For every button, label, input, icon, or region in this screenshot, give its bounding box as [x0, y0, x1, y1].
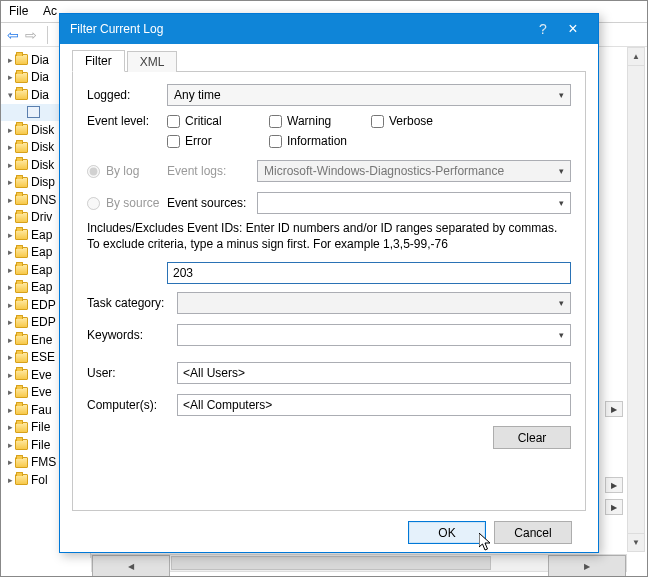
tree-item-label: Eap — [31, 280, 52, 294]
event-logs-combo[interactable]: Microsoft-Windows-Diagnostics-Performanc… — [257, 160, 571, 182]
caret-icon: ▸ — [5, 457, 15, 467]
checkbox-error[interactable]: Error — [167, 134, 237, 148]
ok-button[interactable]: OK — [408, 521, 486, 544]
tree-item-label: Disk — [31, 158, 54, 172]
close-icon[interactable]: × — [558, 20, 588, 38]
computers-label: Computer(s): — [87, 398, 177, 412]
folder-icon — [15, 264, 28, 275]
logged-value: Any time — [174, 88, 221, 102]
right-panel-nav-3[interactable]: ▶ — [605, 499, 623, 515]
event-sources-label: Event sources: — [167, 196, 257, 210]
caret-icon: ▸ — [5, 125, 15, 135]
log-file-icon — [27, 106, 40, 118]
tree-item-label: Ene — [31, 333, 52, 347]
computers-input[interactable] — [177, 394, 571, 416]
tab-xml[interactable]: XML — [127, 51, 178, 72]
radio-by-source[interactable]: By source — [87, 196, 167, 210]
clear-button[interactable]: Clear — [493, 426, 571, 449]
folder-icon — [15, 212, 28, 223]
folder-icon — [15, 387, 28, 398]
checkbox-critical[interactable]: Critical — [167, 114, 237, 128]
folder-icon — [15, 229, 28, 240]
event-sources-combo[interactable]: ▾ — [257, 192, 571, 214]
tree-item-label: Driv — [31, 210, 52, 224]
folder-icon — [15, 299, 28, 310]
menu-action[interactable]: Ac — [43, 4, 57, 18]
folder-icon — [15, 124, 28, 135]
folder-icon — [15, 457, 28, 468]
folder-icon — [15, 317, 28, 328]
tree-item-label: Fol — [31, 473, 48, 487]
caret-icon: ▸ — [5, 352, 15, 362]
folder-icon — [15, 352, 28, 363]
chevron-down-icon: ▾ — [559, 298, 564, 308]
menu-file[interactable]: File — [9, 4, 28, 18]
tree-item-label: Eve — [31, 368, 52, 382]
folder-icon — [15, 439, 28, 450]
tree-item-label: Eap — [31, 263, 52, 277]
caret-icon: ▸ — [5, 177, 15, 187]
chevron-down-icon: ▾ — [559, 166, 564, 176]
logged-label: Logged: — [87, 88, 167, 102]
scroll-right-icon[interactable]: ▶ — [548, 555, 626, 577]
cancel-button[interactable]: Cancel — [494, 521, 572, 544]
folder-icon — [15, 334, 28, 345]
chevron-down-icon: ▾ — [559, 330, 564, 340]
folder-icon — [15, 282, 28, 293]
tree-item-label: Eap — [31, 228, 52, 242]
right-panel-nav[interactable]: ▶ — [605, 401, 623, 417]
tree-item-label: Fau — [31, 403, 52, 417]
caret-icon: ▸ — [5, 72, 15, 82]
caret-icon: ▸ — [5, 195, 15, 205]
checkbox-verbose[interactable]: Verbose — [371, 114, 441, 128]
tree-item-label: Disp — [31, 175, 55, 189]
caret-icon: ▸ — [5, 422, 15, 432]
scroll-up-icon[interactable]: ▲ — [628, 48, 644, 66]
dialog-titlebar[interactable]: Filter Current Log ? × — [60, 14, 598, 44]
checkbox-information[interactable]: Information — [269, 134, 347, 148]
tab-page-filter: Logged: Any time ▾ Event level: Critical… — [72, 72, 586, 511]
right-panel-nav-2[interactable]: ▶ — [605, 477, 623, 493]
event-id-input[interactable] — [167, 262, 571, 284]
filter-log-dialog: Filter Current Log ? × Filter XML Logged… — [59, 13, 599, 553]
caret-icon: ▸ — [5, 55, 15, 65]
scroll-thumb[interactable] — [171, 556, 491, 570]
nav-back-icon[interactable]: ⇦ — [7, 27, 19, 43]
chevron-down-icon: ▾ — [559, 90, 564, 100]
tree-item-label: File — [31, 420, 50, 434]
tree-item-label: Eap — [31, 245, 52, 259]
caret-icon: ▾ — [5, 90, 15, 100]
help-icon[interactable]: ? — [528, 21, 558, 37]
radio-by-log[interactable]: By log — [87, 164, 167, 178]
folder-icon — [15, 177, 28, 188]
scroll-down-icon[interactable]: ▼ — [628, 533, 644, 551]
folder-icon — [15, 142, 28, 153]
nav-forward-icon[interactable]: ⇨ — [25, 27, 37, 43]
logged-combo[interactable]: Any time ▾ — [167, 84, 571, 106]
folder-icon — [15, 404, 28, 415]
bottom-scrollbar[interactable]: ◀ ▶ — [91, 554, 627, 572]
caret-icon: ▸ — [5, 142, 15, 152]
folder-icon — [15, 159, 28, 170]
task-category-combo[interactable]: ▾ — [177, 292, 571, 314]
checkbox-warning[interactable]: Warning — [269, 114, 339, 128]
caret-icon: ▸ — [5, 440, 15, 450]
keywords-combo[interactable]: ▾ — [177, 324, 571, 346]
tree-item-label: Disk — [31, 140, 54, 154]
tree-item-label: DNS — [31, 193, 56, 207]
folder-icon — [15, 194, 28, 205]
right-scrollbar[interactable]: ▲ ▼ — [627, 47, 645, 552]
user-input[interactable] — [177, 362, 571, 384]
caret-icon: ▸ — [5, 265, 15, 275]
event-level-label: Event level: — [87, 114, 167, 128]
tab-filter[interactable]: Filter — [72, 50, 125, 72]
event-ids-help: Includes/Excludes Event IDs: Enter ID nu… — [87, 220, 571, 252]
scroll-left-icon[interactable]: ◀ — [92, 555, 170, 577]
caret-icon: ▸ — [5, 370, 15, 380]
caret-icon: ▸ — [5, 475, 15, 485]
caret-icon: ▸ — [5, 247, 15, 257]
tree-item-label: EDP — [31, 298, 56, 312]
chevron-down-icon: ▾ — [559, 198, 564, 208]
folder-icon — [15, 54, 28, 65]
tree-item-label: EDP — [31, 315, 56, 329]
